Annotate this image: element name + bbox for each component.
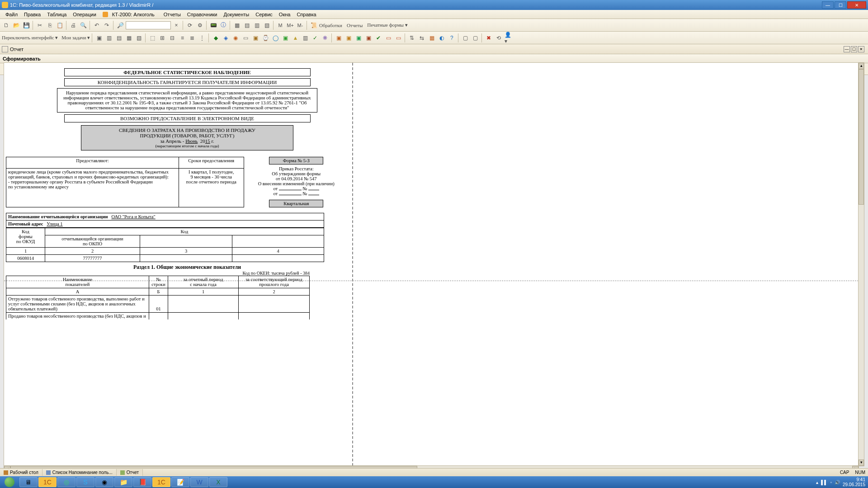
t2-icon-28[interactable]: ✔ xyxy=(374,33,383,42)
menu-table[interactable]: Таблица xyxy=(44,11,69,18)
otchety-menu[interactable]: Отчеты xyxy=(347,23,363,28)
t2-icon-24[interactable]: ▣ xyxy=(334,33,343,42)
save-icon[interactable]: 💾 xyxy=(22,21,31,30)
close-button[interactable]: ✕ xyxy=(847,1,866,9)
mytasks-button[interactable]: Мои задачи ▾ xyxy=(61,35,90,41)
redo-icon[interactable]: ↷ xyxy=(102,21,111,30)
taskbar-skype-icon[interactable]: S xyxy=(76,477,94,487)
t2-icon-5[interactable]: ▧ xyxy=(134,33,143,42)
scroll-down-icon[interactable]: ▾ xyxy=(859,460,864,466)
taskbar-pdf-icon[interactable]: 📕 xyxy=(133,477,151,487)
tray-net-icon[interactable]: ▫ xyxy=(830,480,832,485)
t2-icon-11[interactable]: ⋮ xyxy=(198,33,207,42)
find-icon[interactable]: 🔎 xyxy=(116,21,125,30)
taskbar-notepad-icon[interactable]: 📝 xyxy=(171,477,189,487)
vertical-scrollbar[interactable]: ▴ ▾ xyxy=(858,62,864,466)
tray-flag-icon[interactable]: ▌▌ xyxy=(821,480,827,485)
status-reminders[interactable]: Список Напоминание поль... xyxy=(42,469,117,476)
start-button[interactable] xyxy=(0,476,19,488)
t2-delete-icon[interactable]: ✖ xyxy=(484,33,493,42)
open-icon[interactable]: 📂 xyxy=(12,21,21,30)
menu-edit[interactable]: Правка xyxy=(21,11,43,18)
menu-help[interactable]: Справка xyxy=(294,11,319,18)
tray-up-icon[interactable]: ▴ xyxy=(816,480,818,485)
t2-icon-26[interactable]: ▣ xyxy=(354,33,363,42)
tab-report[interactable]: Отчет xyxy=(10,47,24,52)
t2-icon-18[interactable]: ◯ xyxy=(271,33,280,42)
menu-reports[interactable]: Отчеты xyxy=(161,11,184,18)
t2-icon-36[interactable]: ▢ xyxy=(461,33,470,42)
t2-icon-12[interactable]: ◆ xyxy=(211,33,220,42)
help-icon[interactable]: ⓘ xyxy=(219,21,228,30)
taskbar-chrome-icon[interactable]: ◉ xyxy=(95,477,113,487)
refresh-icon[interactable]: ⟳ xyxy=(185,21,194,30)
t2-user-icon[interactable]: 👤▾ xyxy=(504,33,513,42)
print-icon[interactable]: 🖨 xyxy=(69,21,78,30)
t2-icon-16[interactable]: ▣ xyxy=(251,33,260,42)
memory-mplus-button[interactable]: M+ xyxy=(286,21,295,30)
t2-icon-8[interactable]: ⊟ xyxy=(168,33,177,42)
tray-sound-icon[interactable]: 🔊 xyxy=(835,480,840,485)
find-combo[interactable] xyxy=(126,21,171,29)
taskbar-folder-icon[interactable]: 📁 xyxy=(114,477,132,487)
menu-windows[interactable]: Окна xyxy=(276,11,293,18)
taskbar-1c-icon[interactable]: 1C xyxy=(38,477,57,487)
t2-icon-32[interactable]: ⇆ xyxy=(417,33,426,42)
scroll-up-icon[interactable]: ▴ xyxy=(859,63,864,69)
t2-icon-34[interactable]: ◐ xyxy=(437,33,446,42)
minimize-button[interactable]: — xyxy=(822,1,834,9)
doc3-icon[interactable]: ▥ xyxy=(252,21,261,30)
pechat-menu[interactable]: Печатные формы ▾ xyxy=(367,22,407,28)
taskbar-word-icon[interactable]: W xyxy=(190,477,208,487)
tray-time[interactable]: 9:41 xyxy=(843,477,865,482)
preview-icon[interactable]: 🔍 xyxy=(79,21,88,30)
taskbar-explorer-icon[interactable]: 🖥 xyxy=(19,477,38,487)
memory-mminus-button[interactable]: M- xyxy=(296,21,305,30)
vscroll-thumb[interactable] xyxy=(859,69,864,205)
calc-icon[interactable]: 📟 xyxy=(209,21,218,30)
doc4-icon[interactable]: ▧ xyxy=(262,21,271,30)
doc2-icon[interactable]: ▤ xyxy=(242,21,251,30)
t2-icon-2[interactable]: ▥ xyxy=(104,33,113,42)
t2-icon-27[interactable]: ▣ xyxy=(364,33,373,42)
generate-button[interactable]: Сформировать xyxy=(3,56,41,61)
t2-icon-29[interactable]: ▭ xyxy=(384,33,393,42)
new-icon[interactable]: 🗋 xyxy=(2,21,11,30)
mdi-close-button[interactable]: ✕ xyxy=(858,46,864,52)
script-icon[interactable]: 📜 xyxy=(309,21,318,30)
t2-icon-6[interactable]: ⬚ xyxy=(148,33,157,42)
t2-icon-37[interactable]: ▢ xyxy=(471,33,480,42)
t2-icon-9[interactable]: ≡ xyxy=(178,33,187,42)
taskbar-excel-icon[interactable]: X xyxy=(209,477,227,487)
t2-icon-4[interactable]: ▦ xyxy=(124,33,133,42)
t2-icon-15[interactable]: ▭ xyxy=(241,33,250,42)
t2-icon-21[interactable]: ▥ xyxy=(301,33,310,42)
t2-icon-33[interactable]: ▦ xyxy=(427,33,436,42)
t2-icon-35[interactable]: ? xyxy=(447,33,456,42)
t2-icon-25[interactable]: ▣ xyxy=(344,33,353,42)
t2-icon-22[interactable]: ✓ xyxy=(311,33,320,42)
taskbar-1c2-icon[interactable]: 1C xyxy=(152,477,170,487)
switch-interface-button[interactable]: Переключить интерфейс ▾ xyxy=(2,35,58,41)
t2-icon-20[interactable]: ▲ xyxy=(291,33,300,42)
cut-icon[interactable]: ✂ xyxy=(35,21,44,30)
t2-icon-38[interactable]: ⟲ xyxy=(494,33,503,42)
paste-icon[interactable]: 📋 xyxy=(55,21,64,30)
taskbar-app2-icon[interactable]: ◎ xyxy=(57,477,75,487)
nav-icon[interactable]: ⚙ xyxy=(195,21,204,30)
undo-icon[interactable]: ↶ xyxy=(92,21,101,30)
status-desktop[interactable]: Рабочий стол xyxy=(0,469,42,476)
t2-icon-23[interactable]: ❋ xyxy=(321,33,330,42)
combo-clear-icon[interactable]: × xyxy=(172,21,181,30)
tray-date[interactable]: 29.06.2015 xyxy=(843,482,865,487)
menu-kt2000[interactable]: КТ-2000: Алкоголь xyxy=(100,10,160,19)
t2-icon-7[interactable]: ⊞ xyxy=(158,33,167,42)
menu-operations[interactable]: Операции xyxy=(70,11,99,18)
t2-icon-10[interactable]: ≣ xyxy=(188,33,197,42)
copy-icon[interactable]: ⎘ xyxy=(45,21,54,30)
doc1-icon[interactable]: ▦ xyxy=(232,21,241,30)
mdi-min-button[interactable]: — xyxy=(844,46,850,52)
memory-m-button[interactable]: M xyxy=(276,21,285,30)
menu-service[interactable]: Сервис xyxy=(253,11,275,18)
t2-icon-30[interactable]: ▭ xyxy=(394,33,403,42)
